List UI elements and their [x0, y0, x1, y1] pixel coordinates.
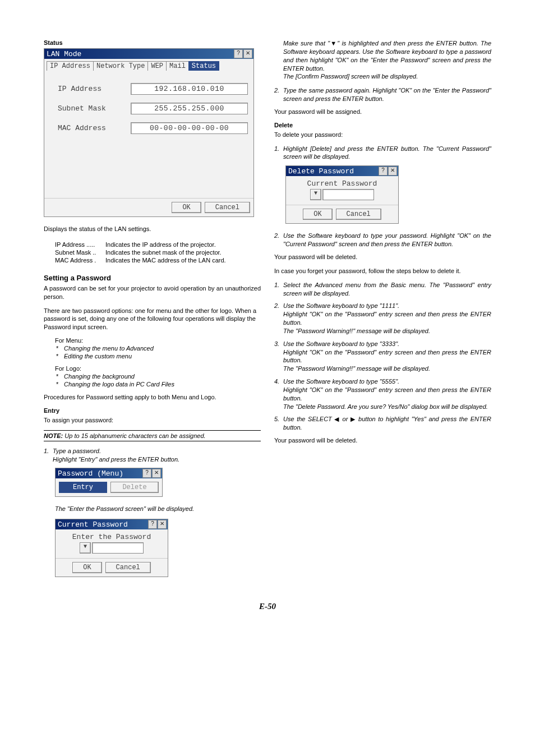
password-intro-2: There are two password options: one for …	[44, 307, 261, 332]
f3-b: Highlight "OK" on the "Password" entry s…	[283, 349, 491, 364]
f1-num: 1.	[274, 281, 283, 298]
delete-heading: Delete	[274, 122, 491, 128]
dstep1-num: 1.	[274, 145, 283, 162]
f4-a: Use the Software keyboard to type "5555"…	[283, 378, 399, 385]
help-icon[interactable]: ?	[148, 520, 157, 529]
dropdown-icon[interactable]: ▼	[80, 542, 91, 554]
mac-address-label: MAC Address	[50, 124, 131, 132]
password-field[interactable]	[322, 189, 374, 200]
def-subnet-val: Indicates the subnet mask of the project…	[105, 249, 222, 256]
f2-b: Highlight "OK" on the "Password" entry s…	[283, 311, 491, 326]
password-assigned: Your password will be assigned.	[274, 108, 491, 116]
page-number: E-50	[44, 602, 491, 611]
dstep1-text: Highlight [Delete] and press the ENTER b…	[283, 145, 491, 162]
tab-wep[interactable]: WEP	[147, 61, 167, 71]
password-field[interactable]	[92, 542, 144, 554]
tab-network-type[interactable]: Network Type	[93, 61, 148, 71]
ip-address-value: 192.168.010.010	[131, 83, 248, 95]
cancel-button[interactable]: Cancel	[105, 562, 151, 573]
ok-button[interactable]: OK	[172, 202, 201, 213]
cancel-button[interactable]: Cancel	[205, 202, 250, 213]
def-mac-val: Indicates the MAC address of the LAN car…	[105, 257, 226, 264]
note-label: NOTE:	[44, 432, 63, 439]
ok-button[interactable]: OK	[303, 209, 332, 220]
mac-address-value: 00-00-00-00-00-00	[131, 122, 248, 134]
tab-ip-address[interactable]: IP Address	[47, 61, 94, 71]
f4-b: Highlight "OK" on the "Password" entry s…	[283, 386, 491, 402]
f4-c: The "Delete Password. Are you sure? Yes/…	[283, 403, 488, 410]
forgot-intro: In case you forget your password, follow…	[274, 267, 491, 275]
def-ip-key: IP Address .....	[55, 241, 105, 248]
help-icon[interactable]: ?	[379, 167, 388, 176]
step1-after: The "Enter the Password screen" will be …	[55, 505, 261, 513]
f5-num: 5.	[274, 415, 283, 432]
f2-a: Use the Software keyboard to type "1111"…	[283, 302, 399, 309]
f3-a: Use the Software keyboard to type "3333"…	[283, 340, 399, 347]
def-ip-val: Indicates the IP address of the projecto…	[105, 241, 216, 248]
dstep2-text: Use the Software keyboard to type your p…	[283, 232, 491, 248]
for-menu-label: For Menu:	[55, 337, 261, 344]
delete-sub: To delete your password:	[274, 131, 491, 139]
current-password-label: Current Password	[286, 176, 398, 189]
lan-mode-titlebar: LAN Mode ? ✕	[44, 49, 253, 59]
current-password-dialog: Current Password ? ✕ Enter the Password …	[55, 519, 168, 577]
entry-sub: To assign your password:	[44, 416, 261, 425]
f4-num: 4.	[274, 377, 283, 411]
cancel-button[interactable]: Cancel	[336, 209, 381, 220]
ip-address-label: IP Address	[50, 85, 131, 93]
entry-button[interactable]: Entry	[59, 482, 107, 493]
status-heading: Status	[44, 39, 261, 46]
password-menu-dialog: Password (Menu) ? ✕ Entry Delete	[55, 468, 163, 497]
entry-heading: Entry	[44, 407, 261, 414]
password-deleted: Your password will be deleted.	[274, 253, 491, 261]
ok-button[interactable]: OK	[72, 562, 102, 573]
menu-bullet-1: Changing the menu to Advanced	[64, 345, 154, 352]
tab-status[interactable]: Status	[188, 61, 219, 71]
left-triangle-icon: ◀	[334, 416, 340, 422]
right-top-1: Make sure that "▼" is highlighted and th…	[283, 40, 491, 72]
dropdown-icon[interactable]: ▼	[310, 189, 321, 200]
rstep2-text: Type the same password again. Highlight …	[283, 86, 491, 103]
note-bar: NOTE: Up to 15 alphanumeric characters c…	[44, 430, 261, 441]
close-icon[interactable]: ✕	[243, 49, 252, 58]
current-password-title: Current Password	[57, 520, 148, 529]
def-subnet-key: Subnet Mask ..	[55, 249, 105, 256]
def-mac-key: MAC Address .	[55, 257, 105, 264]
menu-bullet-2: Editing the custom menu	[64, 353, 132, 359]
logo-bullet-2: Changing the logo data in PC Card Files	[64, 381, 174, 388]
close-icon[interactable]: ✕	[388, 167, 397, 176]
subnet-mask-label: Subnet Mask	[50, 104, 131, 113]
for-logo-label: For Logo:	[55, 365, 261, 372]
f5-mid: or	[340, 416, 350, 422]
password-intro-1: A password can be set for your projector…	[44, 284, 261, 301]
subnet-mask-value: 255.255.255.000	[131, 103, 248, 114]
step1-num: 1.	[44, 447, 53, 464]
step1-line-b: Highlight "Entry" and press the ENTER bu…	[53, 456, 179, 463]
password-menu-title: Password (Menu)	[57, 469, 142, 478]
setting-password-heading: Setting a Password	[44, 274, 261, 282]
f2-c: The "Password Warning!!" message will be…	[283, 328, 430, 334]
status-description: Displays the status of the LAN settings.	[44, 225, 261, 233]
delete-password-dialog: Delete Password ? ✕ Current Password ▼ O…	[285, 165, 399, 224]
right-top-2: The [Confirm Password] screen will be di…	[283, 73, 418, 80]
procedures-note: Procedures for Password setting apply to…	[44, 393, 261, 402]
lan-mode-title: LAN Mode	[45, 50, 234, 58]
delete-button[interactable]: Delete	[110, 482, 159, 493]
f1-text: Select the Advanced menu from the Basic …	[283, 281, 491, 298]
dstep2-num: 2.	[274, 232, 283, 248]
close-icon[interactable]: ✕	[152, 469, 161, 478]
step1-line-a: Type a password.	[53, 448, 101, 454]
lan-tabs: IP Address Network Type WEP Mail Status	[44, 59, 253, 71]
password-deleted-2: Your password will be deleted.	[274, 436, 491, 445]
close-icon[interactable]: ✕	[158, 520, 167, 529]
f5-pre: Use the SELECT	[283, 416, 334, 422]
help-icon[interactable]: ?	[142, 469, 151, 478]
note-text: Up to 15 alphanumeric characters can be …	[63, 432, 205, 439]
f2-num: 2.	[274, 302, 283, 335]
logo-bullet-1: Changing the background	[64, 373, 135, 380]
tab-mail[interactable]: Mail	[166, 61, 189, 71]
help-icon[interactable]: ?	[234, 49, 243, 58]
delete-password-title: Delete Password	[287, 167, 379, 176]
rstep2-num: 2.	[274, 86, 283, 103]
enter-password-label: Enter the Password	[56, 529, 168, 542]
